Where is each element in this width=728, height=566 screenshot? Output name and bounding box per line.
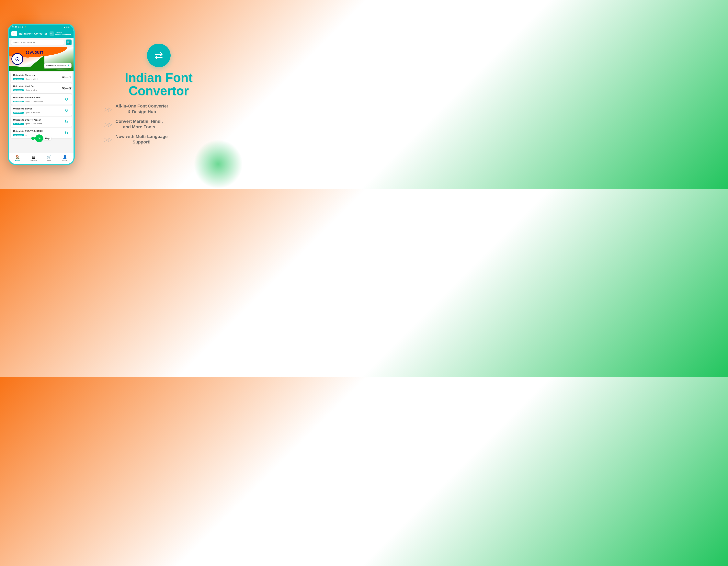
banner-text: 15 AUGUST INDEPENDENCE DAY xyxy=(26,51,43,59)
converter-title: Unicode to DVB-TT Yogesh xyxy=(13,119,63,121)
help-icon: ✉ xyxy=(38,137,40,140)
converter-item-text: Unicode to Shree Lipi Marathi/Hindi यूनि… xyxy=(13,74,63,80)
language-badge: Marathi/Hindi xyxy=(13,78,24,80)
search-button[interactable]: 🔍 xyxy=(66,40,72,45)
converter-icon: ↻ xyxy=(63,107,70,114)
language-badge: Marathi/Hindi xyxy=(13,101,24,102)
search-input[interactable] xyxy=(11,40,64,45)
banner-date: 15 AUGUST xyxy=(26,51,43,55)
converter-title: Unicode to Shree Lipi xyxy=(13,74,63,76)
search-bar: 🔍 xyxy=(9,38,74,47)
phone-screen: 11:11 ✕ □ ⓕ ⚡ ▼ ▲ 85% ← Indian Font Conv… xyxy=(8,24,75,165)
language-value: Select Languages ▾ xyxy=(55,33,71,36)
language-selector[interactable]: आ→ Language Select Languages ▾ xyxy=(50,31,71,36)
converter-item-text: Unicode to DVB-TT Yogesh Marathi/Hindi य… xyxy=(13,119,63,125)
converter-list-container: Unicode to Shree Lipi Marathi/Hindi यूनि… xyxy=(9,71,74,153)
feature-item-1: ▷▷ All-in-One Font Converter& Design Hub xyxy=(104,103,214,115)
store-icon: 🛒 xyxy=(47,155,51,159)
converter-title: Unicode to AMS India Font xyxy=(13,96,63,99)
converter-meta: Marathi/Hindi यूनिकोड -> कृती देव xyxy=(13,88,63,92)
download-sub: Related Assets xyxy=(57,65,66,66)
list-item[interactable]: Unicode to Kruti Dev Marathi/Hindi यूनिक… xyxy=(11,83,72,93)
language-badge: Marathi/Hindi xyxy=(13,134,24,136)
back-icon: ← xyxy=(13,32,16,35)
feature-text-2: Convert Marathi, Hindi,and More Fonts xyxy=(116,119,163,130)
nav-store-label: Store xyxy=(47,160,51,162)
list-item[interactable]: Unicode to DVB-TT Yogesh Marathi/Hindi य… xyxy=(11,117,72,127)
banner-line2: DAY xyxy=(26,57,43,59)
language-icon: आ→ xyxy=(50,31,54,36)
banner-line1: INDEPENDENCE xyxy=(26,55,43,57)
converter-title: Unicode to Shivaji xyxy=(13,108,63,110)
converter-meta: Marathi/Hindi यूनिकोड -> DVB -TT योगेश xyxy=(13,122,63,125)
close-icon: × xyxy=(32,137,34,140)
home-icon: 🏠 xyxy=(16,155,20,159)
language-badge: Marathi/Hindi xyxy=(13,123,24,125)
status-time: 11:11 ✕ □ ⓕ ⚡ xyxy=(12,26,26,28)
feature-item-2: ▷▷ Convert Marathi, Hindi,and More Fonts xyxy=(104,119,214,130)
status-bar: 11:11 ✕ □ ⓕ ⚡ ▼ ▲ 85% xyxy=(9,25,74,29)
converter-subtitle: यूनिकोड -> शिवाजी Font xyxy=(26,112,40,114)
feature-arrow-icon: ▷▷ xyxy=(104,121,112,128)
converter-subtitle: ... xyxy=(26,134,27,136)
status-indicators: ▼ ▲ 85% xyxy=(61,26,70,28)
converter-meta: Marathi/Hindi यूनिकोड -> AMS इंडिया font xyxy=(13,99,63,103)
converter-subtitle: यूनिकोड -> श्री लिपी xyxy=(26,78,38,80)
app-logo: ⇄ xyxy=(147,44,171,67)
signal-icon: ▲ xyxy=(64,26,66,28)
logo-arrows-icon: ⇄ xyxy=(154,50,163,61)
converter-meta: Marathi/Hindi यूनिकोड -> श्री लिपी xyxy=(13,77,63,80)
converter-item-text: Unicode to AMS India Font Marathi/Hindi … xyxy=(13,96,63,103)
feature-arrow-icon: ▷▷ xyxy=(104,106,112,112)
nav-store[interactable]: 🛒 Store xyxy=(41,155,57,162)
list-item[interactable]: Unicode to Shree Lipi Marathi/Hindi यूनि… xyxy=(11,72,72,82)
wifi-icon: ▼ xyxy=(61,26,63,28)
nav-home[interactable]: 🏠 Home xyxy=(10,155,26,162)
help-label: Help xyxy=(43,137,51,140)
language-text: Language Select Languages ▾ xyxy=(55,32,71,36)
help-overlay: × ✉ Help xyxy=(31,134,51,142)
header-left: ← Indian Font Converter xyxy=(11,31,47,36)
language-badge: Marathi/Hindi xyxy=(13,89,24,91)
converter-icon: ↻ xyxy=(63,118,70,125)
help-close-button[interactable]: × xyxy=(31,137,35,140)
ashoka-chakra xyxy=(11,53,23,65)
converter-subtitle: यूनिकोड -> कृती देव xyxy=(26,89,37,91)
nav-profile-label: Profile xyxy=(62,160,67,162)
app-title: Indian Font Converter xyxy=(18,32,47,35)
nav-graphics[interactable]: ▦ Graphics xyxy=(26,155,41,161)
brand-title: Indian Font Convertor xyxy=(125,71,193,97)
converter-title: Unicode to Kruti Dev xyxy=(13,85,63,87)
back-button[interactable]: ← xyxy=(11,31,17,36)
download-button[interactable]: DOWNLOAD Related Assets ⬇ xyxy=(44,63,72,68)
chevron-down-icon: ▾ xyxy=(70,33,71,36)
time-display: 11:11 xyxy=(12,26,17,28)
profile-icon: 👤 xyxy=(63,155,67,159)
phone-mockup: 11:11 ✕ □ ⓕ ⚡ ▼ ▲ 85% ← Indian Font Conv… xyxy=(8,24,75,165)
language-label: Language xyxy=(55,32,71,34)
converter-icon: ↻ xyxy=(63,96,70,103)
converter-title: Unicode to DVB-TT SUREKH xyxy=(13,130,63,132)
feature-item-3: ▷▷ Now with Multi-LanguageSupport! xyxy=(104,134,214,145)
feature-text-1: All-in-One Font Converter& Design Hub xyxy=(116,103,168,115)
feature-text-3: Now with Multi-LanguageSupport! xyxy=(116,134,168,145)
help-icon-button[interactable]: ✉ xyxy=(35,134,43,142)
converter-item-text: Unicode to Kruti Dev Marathi/Hindi यूनिक… xyxy=(13,85,63,92)
nav-profile[interactable]: 👤 Profile xyxy=(57,155,73,162)
converter-item-text: Unicode to Shivaji Marathi/Hindi यूनिकोड… xyxy=(13,108,63,114)
graphics-icon: ▦ xyxy=(32,155,35,159)
converter-icon: ↻ xyxy=(63,130,70,137)
converter-meta: Marathi/Hindi यूनिकोड -> शिवाजी Font xyxy=(13,110,63,114)
nav-home-label: Home xyxy=(15,160,20,162)
status-icons: ✕ □ ⓕ ⚡ xyxy=(18,26,26,28)
list-item[interactable]: Unicode to Shivaji Marathi/Hindi यूनिकोड… xyxy=(11,106,72,116)
list-item[interactable]: Unicode to AMS India Font Marathi/Hindi … xyxy=(11,94,72,105)
search-icon: 🔍 xyxy=(67,41,70,44)
right-promo-section: ⇄ Indian Font Convertor ▷▷ All-in-One Fo… xyxy=(75,40,243,149)
feature-arrow-icon: ▷▷ xyxy=(104,136,112,143)
converter-list: Unicode to Shree Lipi Marathi/Hindi यूनि… xyxy=(9,71,74,139)
brand-title-line2: Convertor xyxy=(129,84,189,98)
app-header: ← Indian Font Converter आ→ Language Sele… xyxy=(9,29,74,38)
bottom-navigation: 🏠 Home ▦ Graphics 🛒 Store 👤 Profile xyxy=(9,153,74,164)
independence-day-banner: 15 AUGUST INDEPENDENCE DAY DOWNLOAD Rela… xyxy=(9,47,74,71)
